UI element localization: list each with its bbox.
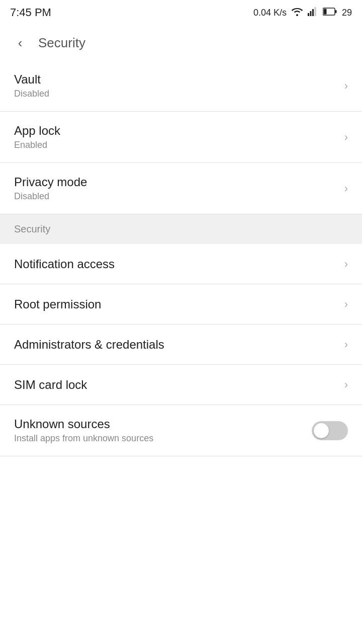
app-bar: ‹ Security (0, 25, 362, 60)
app-lock-subtitle: Enabled (14, 140, 60, 150)
unknown-sources-title: Unknown sources (14, 417, 153, 431)
security-section-header: Security (0, 214, 362, 244)
notification-access-chevron-icon: › (344, 258, 348, 271)
settings-list: Vault Disabled › App lock Enabled › Priv… (0, 60, 362, 456)
status-right: 0.04 K/s (253, 7, 352, 19)
battery-icon (323, 7, 337, 19)
privacy-mode-item[interactable]: Privacy mode Disabled › (0, 163, 362, 214)
app-lock-title: App lock (14, 124, 60, 138)
root-permission-title: Root permission (14, 297, 101, 311)
sim-card-lock-item[interactable]: SIM card lock › (0, 365, 362, 405)
app-bar-title: Security (38, 35, 85, 51)
root-permission-item[interactable]: Root permission › (0, 284, 362, 325)
security-section-label: Security (14, 223, 50, 234)
svg-rect-7 (323, 9, 326, 14)
vault-item[interactable]: Vault Disabled › (0, 60, 362, 112)
root-permission-chevron-icon: › (344, 298, 348, 311)
vault-subtitle: Disabled (14, 89, 49, 99)
notification-access-item[interactable]: Notification access › (0, 244, 362, 284)
admins-credentials-chevron-icon: › (344, 338, 348, 351)
privacy-mode-chevron-icon: › (344, 182, 348, 195)
unknown-sources-toggle-container (312, 421, 348, 440)
svg-rect-2 (312, 9, 314, 16)
battery-level: 29 (342, 8, 352, 18)
unknown-sources-item[interactable]: Unknown sources Install apps from unknow… (0, 405, 362, 456)
svg-rect-4 (314, 7, 316, 16)
unknown-sources-toggle[interactable] (312, 421, 348, 440)
unknown-sources-subtitle: Install apps from unknown sources (14, 433, 153, 444)
wifi-icon (292, 7, 303, 19)
app-lock-chevron-icon: › (344, 131, 348, 144)
sim-card-lock-chevron-icon: › (344, 378, 348, 391)
signal-icon (308, 7, 318, 19)
vault-chevron-icon: › (344, 79, 348, 93)
privacy-mode-subtitle: Disabled (14, 191, 87, 202)
notification-access-title: Notification access (14, 257, 115, 271)
sim-card-lock-title: SIM card lock (14, 378, 87, 392)
admins-credentials-title: Administrators & credentials (14, 338, 164, 352)
status-time: 7:45 PM (10, 6, 51, 19)
app-lock-item[interactable]: App lock Enabled › (0, 112, 362, 163)
svg-rect-1 (310, 11, 311, 16)
back-button[interactable]: ‹ (10, 33, 30, 53)
back-arrow-icon: ‹ (18, 35, 23, 51)
svg-rect-6 (335, 10, 336, 13)
data-speed: 0.04 K/s (253, 8, 287, 18)
toggle-knob (314, 423, 329, 438)
svg-rect-0 (308, 13, 309, 16)
vault-title: Vault (14, 72, 49, 87)
privacy-mode-title: Privacy mode (14, 175, 87, 189)
status-bar: 7:45 PM 0.04 K/s (0, 0, 362, 25)
admins-credentials-item[interactable]: Administrators & credentials › (0, 325, 362, 365)
